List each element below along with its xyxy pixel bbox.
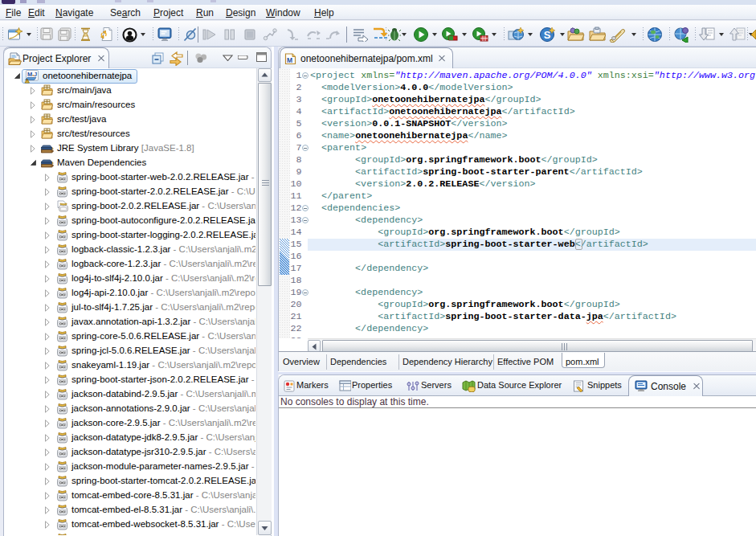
svg-text:M: M: [287, 56, 292, 64]
svg-text:M: M: [27, 71, 32, 78]
svg-text:J: J: [34, 71, 37, 78]
